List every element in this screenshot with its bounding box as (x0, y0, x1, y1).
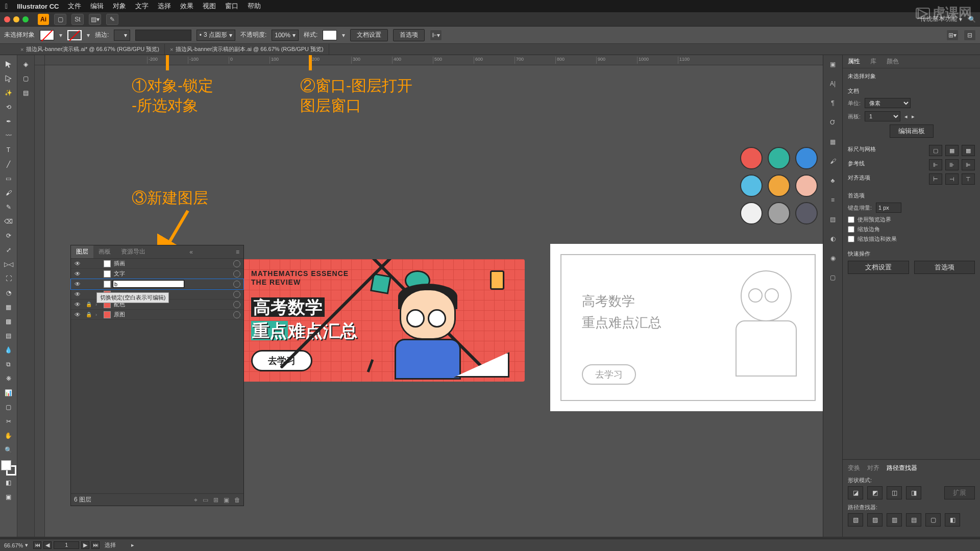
fill-swatch[interactable] (40, 30, 54, 40)
tab-properties[interactable]: 属性 (843, 55, 865, 68)
tab-color[interactable]: 颜色 (881, 55, 904, 68)
symbol-tool-icon[interactable]: ❋ (1, 371, 16, 386)
new-layer-icon[interactable]: ▣ (224, 496, 229, 504)
guides-lock-icon[interactable]: ⊪ (945, 159, 959, 170)
target-icon[interactable] (233, 291, 240, 298)
transparency-panel-icon[interactable]: ◐ (827, 233, 839, 245)
new-doc-icon[interactable]: ▢ (54, 14, 66, 25)
swatches-panel-icon[interactable]: ▦ (827, 136, 839, 148)
brush-tool-icon[interactable]: 🖌 (1, 186, 16, 200)
stroke-profile-dd[interactable]: • 3 点圆形 ▾ (197, 30, 235, 41)
asset-export-panel-icon[interactable]: ▤ (18, 86, 34, 100)
layer-name[interactable]: 原图 (113, 311, 231, 318)
gradient-tool-icon[interactable]: ▤ (1, 329, 16, 343)
prefs-quick-button[interactable]: 首选项 (914, 261, 975, 274)
character-panel-icon[interactable]: A| (827, 78, 839, 90)
target-icon[interactable] (233, 301, 240, 308)
lock-toggle-icon[interactable]: 🔒 (84, 312, 93, 317)
layer-name[interactable]: 插画 (113, 260, 231, 267)
eyedropper-tool-icon[interactable]: 💧 (1, 343, 16, 357)
rectangle-tool-icon[interactable]: ▭ (1, 171, 16, 186)
style-swatch[interactable] (323, 30, 337, 40)
hand-tool-icon[interactable]: ✋ (1, 429, 16, 443)
free-transform-tool-icon[interactable]: ⛶ (1, 271, 16, 286)
stroke-panel-icon[interactable]: ≡ (827, 194, 839, 206)
align-icon[interactable]: ⊩▾ (430, 30, 442, 41)
lock-toggle-icon[interactable]: 🔒 (84, 302, 93, 307)
maximize-window-icon[interactable] (22, 16, 29, 22)
paragraph-panel-icon[interactable]: ¶ (827, 97, 839, 109)
bridge-icon[interactable]: St (71, 14, 84, 25)
close-window-icon[interactable] (4, 16, 10, 22)
visibility-toggle-icon[interactable]: 👁 (73, 311, 82, 318)
unite-icon[interactable]: ◪ (848, 486, 863, 499)
scale-corners-checkbox[interactable] (848, 226, 854, 233)
divide-icon[interactable]: ▧ (848, 513, 863, 527)
menu-edit[interactable]: 编辑 (90, 2, 104, 11)
line-tool-icon[interactable]: ╱ (1, 157, 16, 171)
merge-icon[interactable]: ▥ (887, 513, 902, 527)
gpu-icon[interactable]: ✎ (106, 14, 118, 25)
minus-back-icon[interactable]: ◧ (945, 513, 960, 527)
locate-layer-icon[interactable]: ⌖ (194, 496, 198, 504)
layers-panel-icon[interactable]: ◈ (18, 57, 34, 71)
expand-button[interactable]: 扩展 (944, 486, 975, 499)
tab-close-icon[interactable]: × (170, 46, 173, 53)
canvas-area[interactable]: -200 -100 0 100 200 300 400 500 600 700 … (35, 55, 823, 537)
menu-window[interactable]: 窗口 (225, 2, 238, 11)
zoom-tool-icon[interactable]: 🔍 (1, 443, 16, 457)
layer-row[interactable]: 👁 插画 (71, 259, 243, 269)
edit-artboards-button[interactable]: 编辑画板 (890, 124, 934, 138)
target-icon[interactable] (233, 260, 240, 267)
zoom-level[interactable]: 66.67% ▾ (4, 542, 28, 548)
menu-effect[interactable]: 效果 (180, 2, 193, 11)
status-dropdown-icon[interactable]: ▸ (131, 542, 134, 548)
tab-asset-export[interactable]: 资源导出 (116, 245, 151, 258)
graph-tool-icon[interactable]: 📊 (1, 386, 16, 400)
artboard-tool-icon[interactable]: ▢ (1, 400, 16, 414)
slice-tool-icon[interactable]: ✂ (1, 414, 16, 429)
gradient-panel-icon[interactable]: ▤ (827, 213, 839, 226)
snap-pixel-icon[interactable]: ⊢ (929, 173, 942, 185)
next-artboard-icon[interactable]: ▸ (912, 113, 915, 120)
menu-file[interactable]: 文件 (68, 2, 81, 11)
target-icon[interactable] (233, 270, 240, 278)
graphic-styles-panel-icon[interactable]: ▢ (827, 271, 839, 284)
tab-close-icon[interactable]: × (20, 46, 23, 53)
tab-align[interactable]: 对齐 (867, 464, 879, 472)
brushes-panel-icon[interactable]: 🖌 (827, 155, 839, 167)
units-select[interactable]: 像素 (865, 98, 911, 108)
exclude-icon[interactable]: ◨ (906, 486, 921, 499)
smart-guides-icon[interactable]: ⊫ (962, 159, 975, 170)
magic-wand-tool-icon[interactable]: ✨ (1, 86, 16, 100)
fill-stroke-swap[interactable] (1, 460, 16, 475)
visibility-toggle-icon[interactable]: 👁 (73, 291, 82, 298)
menu-view[interactable]: 视图 (203, 2, 216, 11)
delete-layer-icon[interactable]: 🗑 (234, 496, 240, 504)
tab-libraries[interactable]: 库 (865, 55, 881, 68)
layer-row[interactable]: 👁🔒› 原图 (71, 310, 243, 320)
screen-mode-icon[interactable]: ▣ (1, 490, 16, 504)
document-tab-2[interactable]: ×描边风-banner演示稿的副本.ai @ 66.67% (RGB/GPU 预… (165, 44, 329, 55)
panel-collapse-icon[interactable]: « (189, 248, 197, 256)
tab-pathfinder[interactable]: 路径查找器 (887, 464, 917, 472)
artboard-nav[interactable]: ⏮◀1▶⏭ (33, 541, 100, 549)
visibility-toggle-icon[interactable]: 👁 (73, 260, 82, 267)
window-traffic-lights[interactable] (4, 16, 29, 22)
visibility-toggle-icon[interactable]: 👁 (73, 301, 82, 308)
expand-icon[interactable]: › (95, 312, 102, 317)
scale-strokes-checkbox[interactable] (848, 236, 854, 242)
panel-collapse-icon[interactable]: ⊟ (964, 30, 976, 41)
artboard-select[interactable]: 1 (865, 111, 900, 121)
clip-mask-icon[interactable]: ▭ (203, 496, 208, 504)
snap-grid-icon[interactable]: ⊤ (962, 173, 975, 185)
layer-rename-input[interactable] (113, 280, 184, 288)
perspective-tool-icon[interactable]: ▦ (1, 300, 16, 314)
stroke-weight-input[interactable]: ▾ (114, 30, 130, 41)
visibility-toggle-icon[interactable]: 👁 (73, 270, 82, 278)
grid-toggle-icon[interactable]: ▦ (945, 145, 959, 156)
direct-selection-tool-icon[interactable] (1, 71, 16, 86)
document-tab-1[interactable]: ×描边风-banner演示稿.ai* @ 66.67% (RGB/GPU 预览) (15, 44, 165, 55)
transparency-grid-icon[interactable]: ▩ (962, 145, 975, 156)
color-panel-icon[interactable]: ▣ (827, 58, 839, 70)
